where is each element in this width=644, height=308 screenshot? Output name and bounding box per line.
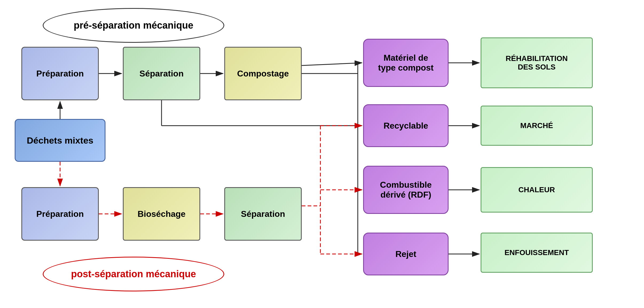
dechets-mixtes-box: Déchets mixtes [15,119,105,162]
recyclable-box: Recyclable [363,104,449,147]
enfouissement-box: ENFOUISSEMENT [481,233,593,273]
combustible-box: Combustible dérivé (RDF) [363,166,449,214]
recyclable-label: Recyclable [383,121,428,131]
rejet-label: Rejet [395,249,416,259]
materiel-label: Matériel de type compost [378,53,434,73]
preparation-top-label: Préparation [36,69,84,79]
post-separation-label: post-séparation mécanique [71,268,196,280]
pre-separation-label: pré-séparation mécanique [74,20,193,31]
separation-bottom-label: Séparation [241,209,285,219]
marche-label: MARCHÉ [520,121,553,130]
separation-top-box: Séparation [123,47,200,100]
biosechage-label: Bioséchage [138,209,186,219]
compostage-label: Compostage [237,69,289,79]
rejet-box: Rejet [363,233,449,275]
chaleur-box: CHALEUR [481,167,593,213]
pre-separation-ellipse: pré-séparation mécanique [43,8,224,43]
chaleur-label: CHALEUR [519,186,555,194]
post-separation-ellipse: post-séparation mécanique [43,257,224,291]
materiel-box: Matériel de type compost [363,39,449,87]
combustible-label: Combustible dérivé (RDF) [380,180,432,200]
enfouissement-label: ENFOUISSEMENT [504,248,569,257]
rehabilitation-label: RÉHABILITATION DES SOLS [506,54,568,71]
separation-bottom-box: Séparation [224,187,302,241]
preparation-top-box: Préparation [21,47,99,100]
biosechage-box: Bioséchage [123,187,200,241]
separation-top-label: Séparation [139,69,183,79]
diagram: pré-séparation mécanique Préparation Sép… [0,0,644,308]
dechets-label: Déchets mixtes [27,135,93,146]
compostage-box: Compostage [224,47,302,100]
preparation-bottom-label: Préparation [36,209,84,219]
marche-box: MARCHÉ [481,106,593,146]
preparation-bottom-box: Préparation [21,187,99,241]
svg-line-4 [302,63,362,66]
rehabilitation-box: RÉHABILITATION DES SOLS [481,37,593,88]
